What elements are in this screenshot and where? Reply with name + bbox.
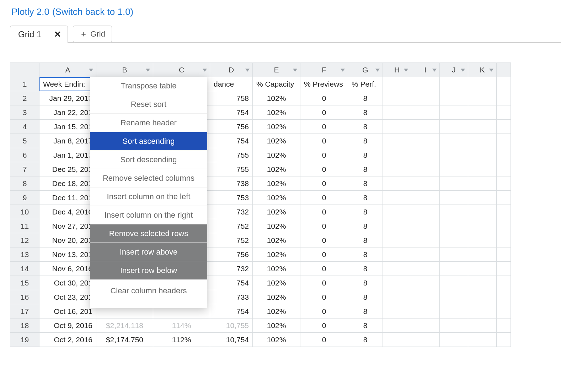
cell-G2[interactable]: 8 <box>348 91 383 105</box>
ctx-item-insert-row-above[interactable]: Insert row above <box>90 243 207 261</box>
row-header[interactable]: 3 <box>10 105 39 120</box>
cell-D4[interactable]: 756 <box>210 120 253 134</box>
row-header[interactable]: 2 <box>10 91 39 105</box>
cell-J10[interactable] <box>440 205 468 219</box>
cell-I3[interactable] <box>411 105 440 120</box>
row-header[interactable]: 13 <box>10 247 39 262</box>
cell-J12[interactable] <box>440 233 468 247</box>
table-row[interactable]: 10Dec 4, 2016732102%08 <box>10 205 511 219</box>
cell-G18[interactable]: 8 <box>348 318 383 333</box>
column-header-K[interactable]: K <box>468 63 497 77</box>
table-row[interactable]: 8Dec 18, 201738102%08 <box>10 176 511 191</box>
cell-I8[interactable] <box>411 176 440 191</box>
cell-A5[interactable]: Jan 8, 2017 <box>39 134 96 148</box>
cell-F14[interactable]: 0 <box>300 262 348 276</box>
cell-D3[interactable]: 754 <box>210 105 253 120</box>
cell-K11[interactable] <box>468 219 497 233</box>
cell-D16[interactable]: 733 <box>210 290 253 304</box>
cell-E16[interactable]: 102% <box>253 290 300 304</box>
row-header[interactable]: 15 <box>10 276 39 290</box>
cell-I16[interactable] <box>411 290 440 304</box>
cell-J13[interactable] <box>440 247 468 262</box>
cell-K10[interactable] <box>468 205 497 219</box>
table-row[interactable]: 11Nov 27, 201752102%08 <box>10 219 511 233</box>
cell-A9[interactable]: Dec 11, 201 <box>39 191 96 205</box>
cell-H5[interactable] <box>383 134 411 148</box>
cell-B18[interactable]: $2,214,118 <box>96 318 153 333</box>
ctx-item-transpose-table[interactable]: Transpose table <box>90 77 207 95</box>
column-header-I[interactable]: I <box>411 63 440 77</box>
cell-A3[interactable]: Jan 22, 201 <box>39 105 96 120</box>
cell-H12[interactable] <box>383 233 411 247</box>
table-row[interactable]: 17Oct 16, 201754102%08 <box>10 304 511 318</box>
table-row[interactable]: 9Dec 11, 201753102%08 <box>10 191 511 205</box>
cell-J17[interactable] <box>440 304 468 318</box>
dropdown-caret-icon[interactable] <box>293 68 297 72</box>
cell-J5[interactable] <box>440 134 468 148</box>
cell-D7[interactable]: 755 <box>210 162 253 176</box>
dropdown-caret-icon[interactable] <box>432 68 437 72</box>
cell-H17[interactable] <box>383 304 411 318</box>
row-header[interactable]: 19 <box>10 333 39 347</box>
cell-I9[interactable] <box>411 191 440 205</box>
ctx-item-remove-selected-columns[interactable]: Remove selected columns <box>90 169 207 187</box>
table-row[interactable]: 13Nov 13, 201756102%08 <box>10 247 511 262</box>
cell-G12[interactable]: 8 <box>348 233 383 247</box>
row-header[interactable]: 4 <box>10 120 39 134</box>
table-row[interactable]: 18Oct 9, 2016$2,214,118114%10,755102%08 <box>10 318 511 333</box>
cell-G9[interactable]: 8 <box>348 191 383 205</box>
cell-A16[interactable]: Oct 23, 201 <box>39 290 96 304</box>
cell-K6[interactable] <box>468 148 497 162</box>
dropdown-caret-icon[interactable] <box>489 68 493 72</box>
cell-I7[interactable] <box>411 162 440 176</box>
ctx-item-insert-row-below[interactable]: Insert row below <box>90 261 207 280</box>
row-header[interactable]: 12 <box>10 233 39 247</box>
row-header[interactable]: 10 <box>10 205 39 219</box>
cell-H14[interactable] <box>383 262 411 276</box>
ctx-item-insert-column-on-the-left[interactable]: Insert column on the left <box>90 187 207 206</box>
cell-F7[interactable]: 0 <box>300 162 348 176</box>
row-header[interactable]: 16 <box>10 290 39 304</box>
cell-K16[interactable] <box>468 290 497 304</box>
switch-version-link[interactable]: (Switch back to 1.0) <box>52 6 133 17</box>
cell-G3[interactable]: 8 <box>348 105 383 120</box>
cell-I12[interactable] <box>411 233 440 247</box>
cell-A7[interactable]: Dec 25, 201 <box>39 162 96 176</box>
cell-K3[interactable] <box>468 105 497 120</box>
cell-J2[interactable] <box>440 91 468 105</box>
row-header[interactable]: 9 <box>10 191 39 205</box>
column-header-G[interactable]: G <box>348 63 383 77</box>
cell-H2[interactable] <box>383 91 411 105</box>
cell-G15[interactable]: 8 <box>348 276 383 290</box>
cell-F12[interactable]: 0 <box>300 233 348 247</box>
cell-D15[interactable]: 754 <box>210 276 253 290</box>
cell-H16[interactable] <box>383 290 411 304</box>
table-row[interactable]: 19Oct 2, 2016$2,174,750112%10,754102%08 <box>10 333 511 347</box>
tab-grid-1[interactable]: Grid 1 ✕ <box>10 26 68 43</box>
cell-A11[interactable]: Nov 27, 201 <box>39 219 96 233</box>
cell-E17[interactable]: 102% <box>253 304 300 318</box>
cell-G6[interactable]: 8 <box>348 148 383 162</box>
cell-K18[interactable] <box>468 318 497 333</box>
cell-F2[interactable]: 0 <box>300 91 348 105</box>
cell-F5[interactable]: 0 <box>300 134 348 148</box>
cell-F1[interactable]: % Previews <box>300 77 348 91</box>
cell-I10[interactable] <box>411 205 440 219</box>
cell-H6[interactable] <box>383 148 411 162</box>
cell-G11[interactable]: 8 <box>348 219 383 233</box>
cell-H8[interactable] <box>383 176 411 191</box>
cell-E10[interactable]: 102% <box>253 205 300 219</box>
cell-D12[interactable]: 752 <box>210 233 253 247</box>
table-row[interactable]: 4Jan 15, 201756102%08 <box>10 120 511 134</box>
table-row[interactable]: 16Oct 23, 201733102%08 <box>10 290 511 304</box>
dropdown-caret-icon[interactable] <box>89 68 93 72</box>
cell-J3[interactable] <box>440 105 468 120</box>
cell-K1[interactable] <box>468 77 497 91</box>
row-header[interactable]: 1 <box>10 77 39 91</box>
ctx-item-sort-descending[interactable]: Sort descending <box>90 151 207 169</box>
dropdown-caret-icon[interactable] <box>375 68 380 72</box>
cell-D2[interactable]: 758 <box>210 91 253 105</box>
cell-H15[interactable] <box>383 276 411 290</box>
cell-K4[interactable] <box>468 120 497 134</box>
dropdown-caret-icon[interactable] <box>203 68 207 72</box>
